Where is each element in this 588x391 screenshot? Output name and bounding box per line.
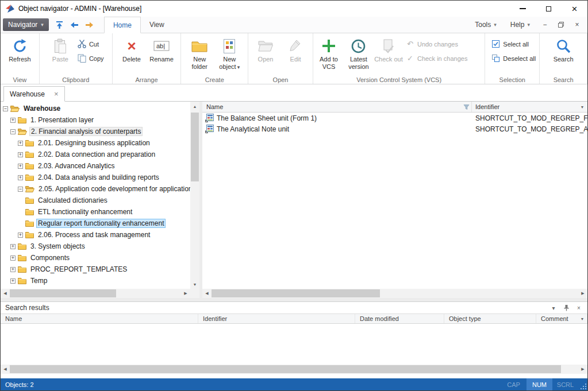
tree-item[interactable]: +Components: [1, 252, 190, 264]
navigator-menu-button[interactable]: Navigator ▾: [3, 18, 49, 31]
search-results-column-header[interactable]: Identifier: [198, 314, 355, 323]
scroll-left-button[interactable]: ◀: [202, 289, 212, 298]
tree-item-label: 2.04. Data analysis and building reports: [36, 173, 161, 182]
scrollbar-thumb[interactable]: [10, 289, 116, 297]
scrollbar-thumb[interactable]: [10, 365, 561, 373]
column-header-identifier[interactable]: Identifier: [471, 102, 587, 112]
tab-close-icon[interactable]: ×: [54, 90, 59, 98]
scrollbar-track[interactable]: [10, 365, 578, 374]
search-button[interactable]: Search: [548, 34, 578, 75]
scroll-right-button[interactable]: ▶: [578, 289, 587, 298]
expand-icon[interactable]: +: [18, 233, 23, 238]
object-list-row[interactable]: The Balance Sheet unit (Form 1)SHORTCUT_…: [202, 113, 587, 123]
tree-item[interactable]: −2.05. Application code development for …: [1, 183, 190, 195]
tab-home[interactable]: Home: [104, 17, 141, 33]
scroll-left-button[interactable]: ◀: [1, 365, 10, 374]
tree-item[interactable]: −Warehouse: [1, 103, 190, 114]
panel-menu-button[interactable]: ▾: [549, 305, 558, 311]
deselect-all-button[interactable]: Deselect all: [489, 52, 538, 64]
expand-icon[interactable]: +: [10, 267, 16, 272]
expand-icon[interactable]: +: [10, 244, 16, 249]
tree-item[interactable]: +2.03. Advanced Analytics: [1, 160, 190, 172]
filter-icon[interactable]: [463, 104, 471, 110]
search-results-column-header[interactable]: Object type: [444, 314, 536, 323]
collapse-icon[interactable]: −: [18, 187, 23, 192]
window-minimize-button[interactable]: [510, 1, 536, 17]
new-folder-button[interactable]: New folder: [185, 34, 214, 75]
go-to-root-button[interactable]: [53, 18, 66, 31]
tree-item[interactable]: Regular report functionality enhancement: [1, 218, 190, 229]
tree-item[interactable]: +3. System objects: [1, 241, 190, 252]
window-maximize-button[interactable]: [536, 1, 562, 17]
cut-button[interactable]: Cut: [75, 38, 106, 50]
scrollbar-thumb[interactable]: [212, 289, 380, 297]
expand-icon[interactable]: +: [18, 152, 23, 157]
column-chooser-button[interactable]: ▼: [578, 102, 587, 111]
latest-version-button[interactable]: Latest version: [344, 34, 374, 75]
scroll-left-button[interactable]: ◀: [1, 289, 10, 298]
scroll-right-icon: ▶: [581, 367, 584, 371]
back-button[interactable]: [68, 18, 81, 31]
tree-item[interactable]: +1. Presentation layer: [1, 114, 190, 126]
tree-horizontal-scrollbar[interactable]: ◀ ▶: [1, 289, 190, 298]
undo-changes-button[interactable]: ↶ Undo changes: [403, 38, 470, 50]
tree-item[interactable]: +2.06. Process and task management: [1, 229, 190, 241]
open-button[interactable]: Open: [251, 34, 280, 75]
tree-item[interactable]: +Temp: [1, 275, 190, 287]
delete-button[interactable]: × Delete: [117, 34, 147, 75]
tree-item[interactable]: Calculated dictionaries: [1, 195, 190, 206]
document-tab-warehouse[interactable]: Warehouse ×: [3, 86, 65, 102]
scroll-up-button[interactable]: ▲: [190, 102, 199, 111]
object-list-row[interactable]: The Analytical Note unitSHORTCUT_TO_MOD_…: [202, 123, 587, 134]
close-panel-button[interactable]: ×: [575, 305, 583, 311]
new-object-button[interactable]: New object▾: [214, 34, 244, 75]
search-results-horizontal-scrollbar[interactable]: ◀ ▶: [1, 365, 587, 374]
expand-icon[interactable]: +: [10, 278, 16, 284]
scroll-down-button[interactable]: ▼: [190, 280, 199, 289]
scroll-right-button[interactable]: ▶: [181, 289, 190, 298]
scrollbar-track[interactable]: [190, 111, 199, 280]
tools-menu[interactable]: Tools ▾: [469, 18, 502, 31]
refresh-button[interactable]: Refresh: [5, 34, 34, 75]
scrollbar-track[interactable]: [212, 289, 578, 298]
expand-icon[interactable]: +: [18, 175, 23, 180]
scroll-right-button[interactable]: ▶: [578, 365, 587, 374]
expand-icon[interactable]: +: [10, 118, 16, 123]
help-menu[interactable]: Help ▾: [505, 18, 536, 31]
check-in-changes-button[interactable]: ✓ Check in changes: [403, 52, 470, 64]
ribbon-close-button[interactable]: ×: [570, 19, 584, 30]
tab-view[interactable]: View: [141, 17, 173, 33]
tree-item[interactable]: −2. Financial analysis of counterparts: [1, 126, 190, 137]
tree-item[interactable]: +2.01. Designing business application: [1, 137, 190, 149]
scrollbar-track[interactable]: [10, 289, 181, 298]
expand-icon[interactable]: +: [10, 255, 16, 261]
expand-icon[interactable]: +: [18, 164, 23, 169]
column-chooser-button[interactable]: ▼: [578, 315, 587, 323]
collapse-icon[interactable]: −: [10, 129, 16, 134]
edit-button[interactable]: Edit: [280, 34, 310, 75]
tree-item[interactable]: +PROC_REPORT_TEMPLATES: [1, 264, 190, 275]
scrollbar-thumb[interactable]: [191, 113, 199, 181]
search-results-column-header[interactable]: Date modified: [355, 314, 444, 323]
collapse-icon[interactable]: −: [3, 106, 8, 111]
window-close-button[interactable]: ×: [562, 1, 587, 17]
forward-button[interactable]: [83, 18, 96, 31]
pin-panel-button[interactable]: [562, 304, 570, 311]
resize-grip[interactable]: [578, 378, 587, 390]
check-out-button[interactable]: Check out: [374, 34, 403, 75]
list-horizontal-scrollbar[interactable]: ◀ ▶: [202, 289, 587, 298]
paste-button[interactable]: Paste: [45, 34, 75, 75]
expand-icon[interactable]: +: [18, 141, 23, 146]
tree-vertical-scrollbar[interactable]: ▲ ▼: [190, 102, 199, 289]
copy-button[interactable]: Copy: [75, 52, 106, 64]
ribbon-minimize-button[interactable]: −: [538, 19, 552, 30]
column-header-name[interactable]: Name: [202, 103, 463, 110]
rename-button[interactable]: ab| Rename: [147, 34, 176, 75]
search-results-column-header[interactable]: Name: [1, 314, 198, 323]
select-all-button[interactable]: Select all: [489, 38, 538, 50]
tree-item[interactable]: ETL functionality enhancement: [1, 206, 190, 218]
ribbon-restore-button[interactable]: [554, 19, 568, 30]
add-to-vcs-button[interactable]: Add to VCS: [314, 34, 344, 75]
tree-item[interactable]: +2.02. Data connection and preparation: [1, 149, 190, 160]
tree-item[interactable]: +2.04. Data analysis and building report…: [1, 172, 190, 183]
